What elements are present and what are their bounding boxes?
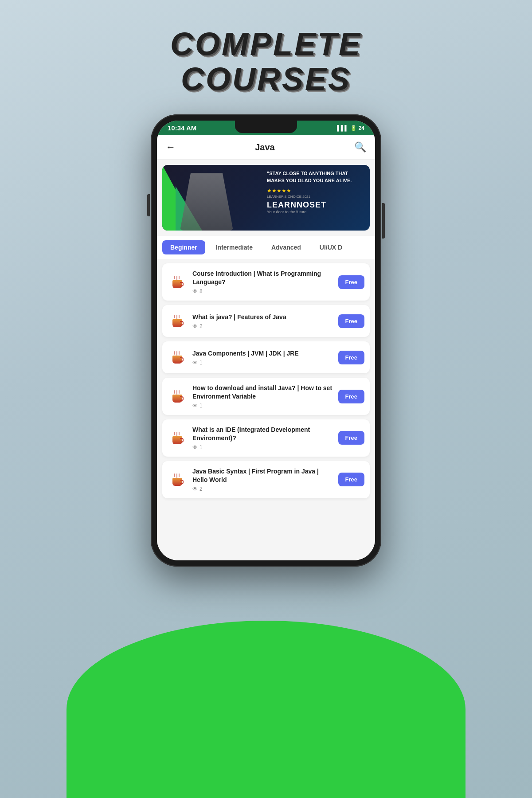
free-button-1[interactable]: Free (338, 314, 364, 328)
cup-handle (180, 282, 184, 286)
status-time: 10:34 AM (168, 124, 196, 132)
eye-icon-2: 👁 (192, 360, 198, 366)
course-title-3: How to download and install Java? | How … (192, 384, 333, 401)
banner-choice: LEARNER'S CHOICE 2021 (267, 195, 364, 199)
java-icon-3 (168, 387, 187, 406)
battery-icon: 🔋 (350, 125, 357, 131)
banner-right-content: "STAY CLOSE TO ANYTHING THAT MAKES YOU G… (267, 170, 364, 214)
view-count-3: 1 (200, 403, 203, 409)
course-views-1: 👁 2 (192, 323, 333, 329)
course-info-5: Java Basic Syntax | First Program in Jav… (192, 467, 333, 492)
course-views-3: 👁 1 (192, 403, 333, 409)
cup-handle (180, 321, 184, 325)
page-title: COMPLETE COURSES (170, 27, 362, 97)
course-title-5: Java Basic Syntax | First Program in Jav… (192, 467, 333, 484)
java-cup-graphic (171, 276, 184, 288)
course-views-0: 👁 8 (192, 288, 333, 294)
view-count-2: 1 (200, 360, 203, 366)
cup-steam (174, 432, 180, 436)
java-icon-1 (168, 311, 187, 331)
status-icons: ▌▌▌ 🔋 24 (337, 125, 364, 131)
course-views-5: 👁 2 (192, 486, 333, 492)
java-cup-graphic (171, 351, 184, 364)
course-item[interactable]: How to download and install Java? | How … (162, 378, 370, 415)
banner-quote: "STAY CLOSE TO ANYTHING THAT MAKES YOU G… (267, 170, 364, 184)
course-item[interactable]: Course Introduction | What is Programmin… (162, 263, 370, 301)
course-info-0: Course Introduction | What is Programmin… (192, 270, 333, 294)
free-button-5[interactable]: Free (338, 473, 364, 486)
java-icon-0 (168, 272, 187, 292)
category-tabs: Beginner Intermediate Advanced UI/UX D (157, 236, 375, 259)
course-list: Course Introduction | What is Programmin… (157, 259, 375, 560)
view-count-1: 2 (200, 323, 203, 329)
eye-icon-4: 👁 (192, 444, 198, 450)
tab-uiux[interactable]: UI/UX D (312, 240, 350, 254)
eye-icon-3: 👁 (192, 403, 198, 409)
screen-title: Java (255, 142, 275, 153)
cup-handle (180, 357, 184, 362)
course-info-2: Java Components | JVM | JDK | JRE 👁 1 (192, 349, 333, 366)
view-count-0: 8 (200, 288, 203, 294)
course-title-1: What is java? | Features of Java (192, 313, 333, 321)
eye-icon-1: 👁 (192, 323, 198, 329)
java-icon-4 (168, 428, 187, 448)
cup-steam (174, 315, 180, 319)
banner-tagline: Your door to the future. (267, 210, 364, 214)
cup-steam (174, 276, 180, 280)
tab-intermediate[interactable]: Intermediate (208, 240, 261, 254)
phone-screen: 10:34 AM ▌▌▌ 🔋 24 ← Java 🔍 (157, 121, 375, 560)
java-cup-graphic (171, 432, 184, 444)
cup-steam (174, 390, 180, 395)
promo-banner: "STAY CLOSE TO ANYTHING THAT MAKES YOU G… (162, 165, 370, 231)
eye-icon-5: 👁 (192, 486, 198, 492)
cup-steam (174, 473, 180, 478)
view-count-5: 2 (200, 486, 203, 492)
free-button-3[interactable]: Free (338, 390, 364, 403)
course-item[interactable]: What is an IDE (Integrated Development E… (162, 419, 370, 457)
java-cup-graphic (171, 390, 184, 403)
course-info-4: What is an IDE (Integrated Development E… (192, 426, 333, 450)
course-title-4: What is an IDE (Integrated Development E… (192, 426, 333, 442)
course-item[interactable]: Java Basic Syntax | First Program in Jav… (162, 461, 370, 498)
banner-left-decoration (162, 165, 233, 231)
phone-mockup: 10:34 AM ▌▌▌ 🔋 24 ← Java 🔍 (151, 114, 381, 567)
course-item[interactable]: Java Components | JVM | JDK | JRE 👁 1 Fr… (162, 341, 370, 373)
battery-level: 24 (359, 125, 364, 131)
course-info-1: What is java? | Features of Java 👁 2 (192, 313, 333, 329)
course-info-3: How to download and install Java? | How … (192, 384, 333, 409)
tab-advanced[interactable]: Advanced (263, 240, 309, 254)
cup-handle (180, 396, 184, 401)
background-hill (66, 621, 466, 798)
back-button[interactable]: ← (166, 141, 176, 153)
free-button-0[interactable]: Free (338, 275, 364, 289)
course-title-2: Java Components | JVM | JDK | JRE (192, 349, 333, 358)
eye-icon-0: 👁 (192, 288, 198, 294)
java-icon-5 (168, 470, 187, 489)
banner-stars: ★★★★★ (267, 188, 364, 194)
view-count-4: 1 (200, 444, 203, 450)
free-button-4[interactable]: Free (338, 431, 364, 445)
banner-logo: LEARNNOSET (267, 200, 364, 210)
java-icon-2 (168, 348, 187, 367)
course-item[interactable]: What is java? | Features of Java 👁 2 Fre… (162, 305, 370, 337)
course-title-0: Course Introduction | What is Programmin… (192, 270, 333, 286)
signal-icon: ▌▌▌ (337, 125, 348, 131)
course-views-2: 👁 1 (192, 360, 333, 366)
tab-beginner[interactable]: Beginner (162, 240, 205, 254)
free-button-2[interactable]: Free (338, 351, 364, 364)
cup-handle (180, 438, 184, 442)
java-cup-graphic (171, 315, 184, 327)
java-cup-graphic (171, 473, 184, 486)
phone-outer: 10:34 AM ▌▌▌ 🔋 24 ← Java 🔍 (151, 114, 381, 567)
course-views-4: 👁 1 (192, 444, 333, 450)
search-button[interactable]: 🔍 (354, 141, 366, 153)
cup-handle (180, 480, 184, 484)
phone-notch (235, 121, 297, 133)
cup-steam (174, 351, 180, 356)
app-header: ← Java 🔍 (157, 135, 375, 160)
